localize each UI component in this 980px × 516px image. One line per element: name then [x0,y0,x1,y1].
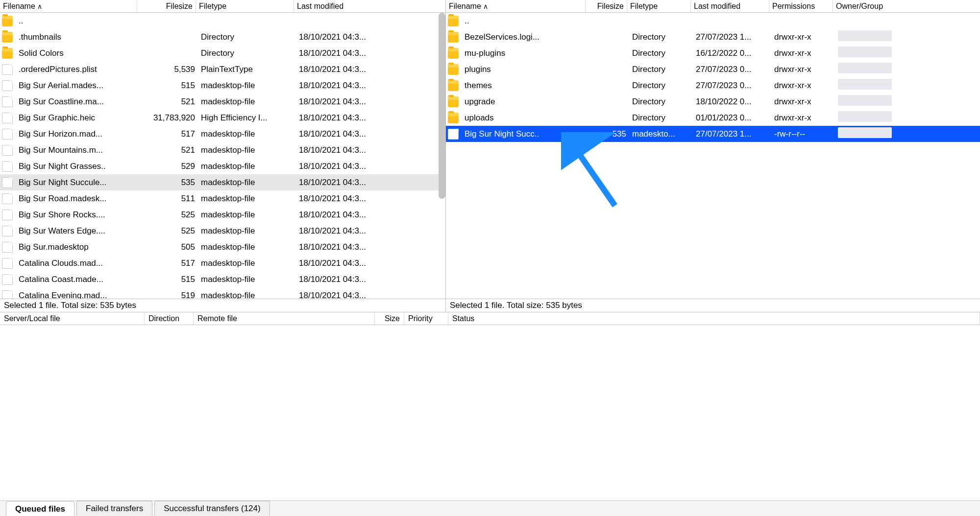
col-filesize[interactable]: Filesize [586,0,627,12]
folder-icon [448,80,459,91]
col-permissions[interactable]: Permissions [769,0,833,12]
file-name: .. [462,16,588,26]
folder-icon [448,96,459,107]
queue-columns[interactable]: Server/Local file Direction Remote file … [0,312,980,325]
file-modified: 18/10/2021 04:3... [296,210,423,220]
file-permissions: drwxr-xr-x [771,81,835,91]
col-filesize[interactable]: Filesize [137,0,196,12]
file-name: BezelServices.logi... [462,32,588,42]
col-direction[interactable]: Direction [145,312,194,325]
file-modified: 18/10/2021 04:3... [296,65,423,74]
file-row[interactable]: Solid ColorsDirectory18/10/2021 04:3... [0,45,445,61]
local-pane: Filename ∧ Filesize Filetype Last modifi… [0,0,446,299]
file-row[interactable]: Big Sur Night Grasses..529madesktop-file… [0,158,445,174]
file-row[interactable]: Big Sur Waters Edge....525madesktop-file… [0,223,445,239]
col-server-file[interactable]: Server/Local file [0,312,145,325]
file-icon [2,274,13,285]
file-modified: 18/10/2021 04:3... [296,32,423,42]
file-type: madesktop-file [198,291,296,299]
file-name: Big Sur Night Grasses.. [16,162,139,171]
folder-icon [448,48,459,59]
file-modified: 18/10/2021 04:3... [296,162,423,171]
file-type: madesktop-file [198,178,296,188]
col-priority[interactable]: Priority [404,312,448,325]
file-icon [2,96,13,107]
file-name: mu-plugins [462,48,588,58]
file-name: Big Sur.madesktop [16,242,139,252]
transfer-tabs: Queued files Failed transfers Successful… [0,500,980,516]
file-type: Directory [629,113,693,123]
col-owner[interactable]: Owner/Group [833,0,980,12]
file-icon [2,161,13,172]
file-name: Big Sur Night Succule... [16,178,139,188]
file-row[interactable]: Big Sur Coastline.ma...521madesktop-file… [0,94,445,110]
tab-successful[interactable]: Successful transfers (124) [154,501,270,516]
col-filetype[interactable]: Filetype [196,0,294,12]
file-row[interactable]: .. [446,13,980,29]
file-row[interactable]: Big Sur Shore Rocks....525madesktop-file… [0,207,445,223]
file-row[interactable]: .thumbnailsDirectory18/10/2021 04:3... [0,29,445,45]
file-name: themes [462,81,588,91]
file-row[interactable]: Catalina Coast.made...515madesktop-file1… [0,271,445,287]
file-row[interactable]: themesDirectory27/07/2023 0...drwxr-xr-x [446,77,980,94]
file-name: .. [16,16,139,26]
file-row[interactable]: Catalina Clouds.mad...517madesktop-file1… [0,255,445,271]
file-modified: 18/10/2021 04:3... [296,291,423,299]
file-modified: 16/12/2022 0... [693,48,771,58]
file-name: plugins [462,65,588,74]
local-column-header[interactable]: Filename ∧ Filesize Filetype Last modifi… [0,0,445,13]
file-name: Big Sur Waters Edge.... [16,226,139,236]
file-size: 515 [139,275,198,284]
file-name: .thumbnails [16,32,139,42]
file-row[interactable]: BezelServices.logi...Directory27/07/2023… [446,29,980,45]
file-row[interactable]: upgradeDirectory18/10/2022 0...drwxr-xr-… [446,94,980,110]
file-row[interactable]: .orderedPictures.plist5,539PlainTextType… [0,61,445,77]
file-row[interactable]: pluginsDirectory27/07/2023 0...drwxr-xr-… [446,61,980,77]
col-filename[interactable]: Filename ∧ [0,0,137,12]
file-permissions: drwxr-xr-x [771,113,835,123]
selection-status-bar: Selected 1 file. Total size: 535 bytes S… [0,299,980,312]
file-modified: 18/10/2021 04:3... [296,129,423,139]
file-row[interactable]: Big Sur Mountains.m...521madesktop-file1… [0,142,445,158]
file-row[interactable]: .. [0,13,445,29]
file-name: Big Sur Shore Rocks.... [16,210,139,220]
remote-file-list[interactable]: ..BezelServices.logi...Directory27/07/20… [446,13,980,299]
folder-icon [2,32,13,43]
col-size[interactable]: Size [375,312,404,325]
file-row[interactable]: Big Sur Horizon.mad...517madesktop-file1… [0,126,445,142]
file-permissions: drwxr-xr-x [771,65,835,74]
file-icon [2,258,13,269]
col-modified[interactable]: Last modified [294,0,445,12]
file-size: 5,539 [139,65,198,74]
tab-failed[interactable]: Failed transfers [76,501,152,516]
file-row[interactable]: Big Sur Night Succule...535madesktop-fil… [0,174,445,190]
file-row[interactable]: Big Sur.madesktop505madesktop-file18/10/… [0,239,445,255]
col-filename[interactable]: Filename ∧ [446,0,586,12]
file-row[interactable]: Big Sur Road.madesk...511madesktop-file1… [0,190,445,207]
file-size: 535 [588,129,629,139]
file-row[interactable]: Catalina Evening.mad...519madesktop-file… [0,287,445,299]
file-row[interactable]: Big Sur Night Succ..535madeskto...27/07/… [446,126,980,142]
file-type: madesktop-file [198,226,296,236]
file-type: madesktop-file [198,162,296,171]
file-icon [2,210,13,220]
file-type: madesktop-file [198,210,296,220]
file-row[interactable]: Big Sur Graphic.heic31,783,920High Effic… [0,110,445,126]
col-modified[interactable]: Last modified [691,0,769,12]
tab-queued[interactable]: Queued files [6,501,74,516]
file-row[interactable]: uploadsDirectory01/01/2023 0...drwxr-xr-… [446,110,980,126]
file-row[interactable]: Big Sur Aerial.mades...515madesktop-file… [0,77,445,94]
local-file-list[interactable]: ...thumbnailsDirectory18/10/2021 04:3...… [0,13,445,299]
col-status[interactable]: Status [448,312,980,325]
col-remote-file[interactable]: Remote file [194,312,375,325]
file-type: madesktop-file [198,81,296,91]
file-modified: 27/07/2023 0... [693,81,771,91]
file-row[interactable]: mu-pluginsDirectory16/12/2022 0...drwxr-… [446,45,980,61]
folder-icon [2,48,13,59]
file-name: upgrade [462,97,588,107]
scrollbar-thumb[interactable] [439,13,445,199]
queue-body[interactable] [0,325,980,500]
remote-column-header[interactable]: Filename ∧ Filesize Filetype Last modifi… [446,0,980,13]
file-type: madesktop-file [198,275,296,284]
col-filetype[interactable]: Filetype [627,0,691,12]
